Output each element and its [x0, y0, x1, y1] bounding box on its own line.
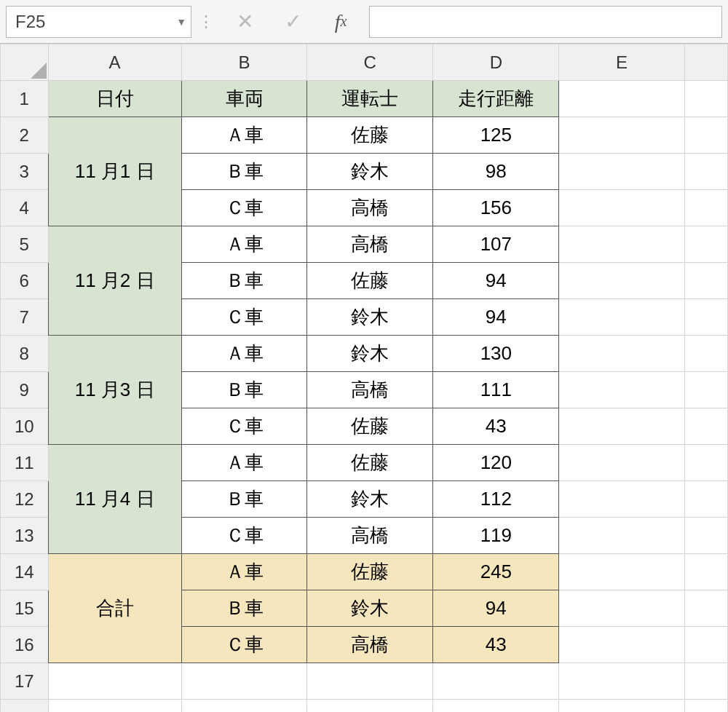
cell[interactable]: 車両: [181, 81, 307, 117]
cell[interactable]: 鈴木: [307, 336, 433, 372]
cell[interactable]: 鈴木: [307, 299, 433, 336]
cell[interactable]: 佐藤: [307, 408, 433, 445]
cell[interactable]: 佐藤: [307, 117, 433, 154]
cell[interactable]: 112: [433, 481, 559, 518]
row-header[interactable]: 14: [1, 554, 49, 590]
cell[interactable]: 156: [433, 190, 559, 226]
cell[interactable]: 111: [433, 372, 559, 408]
cell-merged-date[interactable]: 11 月1 日: [48, 117, 181, 226]
cell[interactable]: Ｂ車: [181, 154, 307, 190]
cell[interactable]: 43: [433, 408, 559, 445]
cell-merged-date[interactable]: 11 月4 日: [48, 445, 181, 554]
row-header[interactable]: 9: [1, 372, 49, 408]
spreadsheet-grid[interactable]: A B C D E 1 日付 車両 運転士 走行距離 2 11 月1 日 Ａ車 …: [0, 44, 728, 712]
cell[interactable]: 119: [433, 518, 559, 554]
cell[interactable]: [684, 663, 727, 700]
cell[interactable]: [684, 627, 727, 663]
cell[interactable]: [559, 154, 684, 190]
cell[interactable]: [559, 481, 684, 518]
cell[interactable]: [559, 263, 684, 299]
cell-merged-date[interactable]: 11 月2 日: [48, 226, 181, 336]
col-header-e[interactable]: E: [559, 44, 684, 81]
cell[interactable]: Ｂ車: [181, 481, 307, 518]
cell[interactable]: [559, 226, 684, 263]
cell[interactable]: [559, 554, 684, 590]
formula-input[interactable]: [369, 6, 722, 38]
row-header[interactable]: 13: [1, 518, 49, 554]
cell[interactable]: [684, 336, 727, 372]
cell[interactable]: Ａ車: [181, 445, 307, 481]
cell[interactable]: [559, 627, 684, 663]
row-header[interactable]: 5: [1, 226, 49, 263]
col-header-d[interactable]: D: [433, 44, 559, 81]
cell[interactable]: [684, 263, 727, 299]
cell[interactable]: 高橋: [307, 226, 433, 263]
cell[interactable]: [559, 336, 684, 372]
cell[interactable]: 高橋: [307, 518, 433, 554]
cell[interactable]: 94: [433, 590, 559, 627]
cell[interactable]: [433, 663, 559, 700]
cell[interactable]: [684, 518, 727, 554]
cell[interactable]: 鈴木: [307, 154, 433, 190]
cell[interactable]: 佐藤: [307, 554, 433, 590]
cell[interactable]: [559, 81, 684, 117]
cancel-icon[interactable]: ✕: [221, 6, 269, 38]
row-header[interactable]: 8: [1, 336, 49, 372]
cell[interactable]: [559, 299, 684, 336]
chevron-down-icon[interactable]: ▼: [176, 16, 186, 28]
cell-merged-total[interactable]: 合計: [48, 554, 181, 663]
cell[interactable]: 運転士: [307, 81, 433, 117]
cell-merged-date[interactable]: 11 月3 日: [48, 336, 181, 445]
row-header[interactable]: 7: [1, 299, 49, 336]
cell[interactable]: 107: [433, 226, 559, 263]
cell[interactable]: [684, 590, 727, 627]
cell[interactable]: Ａ車: [181, 226, 307, 263]
cell[interactable]: Ｂ車: [181, 590, 307, 627]
cell[interactable]: [684, 554, 727, 590]
cell[interactable]: [559, 372, 684, 408]
cell[interactable]: 43: [433, 627, 559, 663]
cell[interactable]: [307, 700, 433, 713]
cell[interactable]: [559, 190, 684, 226]
select-all-corner[interactable]: [1, 44, 49, 81]
cell[interactable]: Ｃ車: [181, 190, 307, 226]
cell[interactable]: [433, 700, 559, 713]
cell[interactable]: [684, 81, 727, 117]
cell[interactable]: Ａ車: [181, 117, 307, 154]
row-header[interactable]: 2: [1, 117, 49, 154]
col-header-b[interactable]: B: [181, 44, 307, 81]
cell[interactable]: 98: [433, 154, 559, 190]
cell[interactable]: 日付: [48, 81, 181, 117]
cell[interactable]: [559, 518, 684, 554]
cell[interactable]: 130: [433, 336, 559, 372]
cell[interactable]: Ａ車: [181, 554, 307, 590]
cell[interactable]: Ａ車: [181, 336, 307, 372]
cell[interactable]: Ｃ車: [181, 627, 307, 663]
cell[interactable]: [684, 190, 727, 226]
row-header[interactable]: 15: [1, 590, 49, 627]
cell[interactable]: [684, 408, 727, 445]
cell[interactable]: 鈴木: [307, 590, 433, 627]
row-header[interactable]: 10: [1, 408, 49, 445]
cell[interactable]: [684, 481, 727, 518]
cell[interactable]: [181, 663, 307, 700]
row-header[interactable]: 17: [1, 663, 49, 700]
cell[interactable]: [559, 408, 684, 445]
cell[interactable]: Ｂ車: [181, 372, 307, 408]
cell[interactable]: [307, 663, 433, 700]
name-box[interactable]: F25 ▼: [6, 6, 191, 38]
cell[interactable]: 245: [433, 554, 559, 590]
cell[interactable]: Ｃ車: [181, 299, 307, 336]
cell[interactable]: [559, 700, 684, 713]
cell[interactable]: 高橋: [307, 372, 433, 408]
cell[interactable]: Ｃ車: [181, 518, 307, 554]
row-header[interactable]: [1, 700, 49, 713]
cell[interactable]: [684, 117, 727, 154]
cell[interactable]: 鈴木: [307, 481, 433, 518]
col-header-c[interactable]: C: [307, 44, 433, 81]
cell[interactable]: [48, 663, 181, 700]
cell[interactable]: 94: [433, 263, 559, 299]
cell[interactable]: [684, 154, 727, 190]
cell[interactable]: 佐藤: [307, 445, 433, 481]
cell[interactable]: [559, 117, 684, 154]
